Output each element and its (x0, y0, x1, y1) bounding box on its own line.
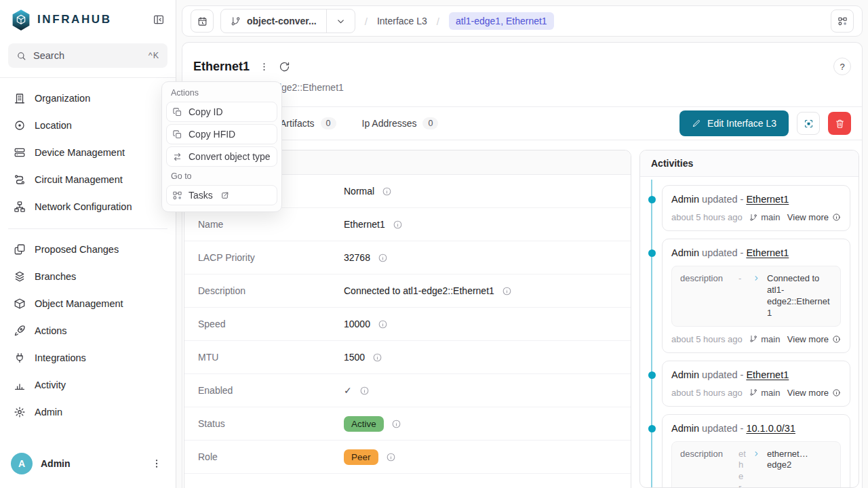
role-badge: Peer (344, 449, 378, 465)
avatar[interactable]: A (11, 453, 33, 474)
object-menu-kebab-icon[interactable] (259, 62, 269, 72)
tab-ip-addresses[interactable]: Ip Addresses 0 (362, 117, 439, 129)
sidebar-item-integrations[interactable]: Integrations (8, 344, 167, 371)
activity-time: about 5 hours ago (671, 334, 743, 344)
sidebar-item-activity[interactable]: Activity (8, 371, 167, 399)
search-input[interactable]: Search ^K (8, 43, 167, 68)
sidebar-item-organization[interactable]: Organization (8, 85, 167, 112)
activity-object-link[interactable]: Ethernet1 (746, 194, 789, 205)
sidebar-item-proposed-changes[interactable]: Proposed Changes (8, 236, 167, 263)
menu-item-copy-hfid[interactable]: Copy HFID (166, 124, 277, 144)
table-row: Speed 10000 (184, 308, 631, 341)
user-menu-kebab-icon[interactable] (149, 455, 165, 472)
breadcrumb-interface-l3[interactable]: Interface L3 (377, 16, 427, 26)
diff-old-value: - (738, 273, 746, 285)
diff-arrow-icon (753, 274, 760, 282)
activity-diff: description - Connected to atl1-edge2::E… (671, 266, 841, 327)
infrahub-logo-icon (11, 9, 31, 31)
activity-actor: Admin (671, 369, 699, 380)
page-subtitle: Connected to atl1-edge2::Ethernet1 (193, 82, 851, 93)
sidebar-collapse-icon[interactable] (153, 14, 165, 26)
sidebar-item-object-management[interactable]: Object Management (8, 290, 167, 317)
sidebar-item-device-management[interactable]: Device Management (8, 139, 167, 166)
activity-branch: main (749, 388, 780, 398)
sidebar-item-circuit-management[interactable]: Circuit Management (8, 166, 167, 193)
info-icon[interactable] (382, 186, 392, 197)
search-shortcut: ^K (149, 51, 159, 60)
info-icon[interactable] (372, 352, 382, 363)
sidebar-item-network-configuration[interactable]: Network Configuration (8, 193, 167, 220)
time-travel-button[interactable] (191, 9, 214, 33)
user-name: Admin (41, 458, 140, 469)
sidebar-item-branches[interactable]: Branches (8, 263, 167, 290)
bar-chart-icon (14, 379, 26, 391)
menu-item-copy-id[interactable]: Copy ID (166, 102, 277, 122)
row-value: Normal (344, 186, 374, 197)
info-icon[interactable] (378, 253, 388, 263)
topbar: object-conver... / Interface L3 / atl1-e… (182, 5, 863, 37)
logo-row: INFRAHUB (0, 0, 176, 39)
edit-interface-button[interactable]: Edit Interface L3 (679, 110, 789, 136)
tab-artifacts[interactable]: Artifacts 0 (280, 117, 336, 129)
menu-item-convert-object-type[interactable]: Convert object type (166, 146, 277, 167)
help-button[interactable]: ? (833, 58, 851, 75)
sidebar-nav-primary: Organization Location Device Management … (0, 78, 176, 220)
tasks-button[interactable] (831, 9, 854, 33)
content-body: Normal Name Ethernet1 LACP Priority 3276… (182, 140, 862, 488)
main-area: object-conver... / Interface L3 / atl1-e… (176, 0, 868, 488)
brand-wordmark: INFRAHUB (37, 13, 146, 26)
info-icon[interactable] (391, 419, 401, 429)
diff-new-value: ethernet… edge2 (767, 449, 832, 472)
group-select-icon (804, 119, 814, 129)
info-icon[interactable] (393, 220, 403, 230)
git-branch-icon (749, 335, 757, 343)
manage-groups-button[interactable] (797, 112, 820, 135)
chevron-down-icon[interactable] (326, 9, 355, 33)
info-icon[interactable] (378, 319, 388, 329)
activity-entry: Admin updated - 10.1.0.0/31 description … (662, 414, 850, 487)
table-row (184, 474, 631, 488)
activity-action: updated - (702, 369, 743, 380)
activity-entry: Admin updated - Ethernet1 about 5 hours … (662, 185, 850, 231)
pencil-icon (692, 119, 701, 128)
table-row: Name Ethernet1 (184, 208, 631, 241)
activity-entry: Admin updated - Ethernet1 description - … (662, 239, 850, 353)
view-more-link[interactable]: View more (787, 334, 841, 344)
server-icon (14, 146, 26, 159)
sidebar-item-admin[interactable]: Admin (8, 399, 167, 426)
breadcrumb-separator: / (434, 16, 442, 27)
location-icon (14, 119, 26, 131)
page-title: Ethernet1 (193, 60, 250, 74)
activity-actor: Admin (671, 423, 699, 434)
box-icon (14, 298, 26, 310)
tab-ip-addresses-count: 0 (422, 117, 438, 129)
activity-object-link[interactable]: 10.1.0.0/31 (746, 423, 795, 434)
diff-arrow-icon (753, 450, 760, 458)
activity-object-link[interactable]: Ethernet1 (746, 247, 789, 258)
sidebar-item-location[interactable]: Location (8, 112, 167, 139)
plug-icon (14, 352, 26, 364)
menu-item-tasks[interactable]: Tasks (166, 185, 277, 205)
row-value: Connected to atl1-edge2::Ethernet1 (344, 285, 494, 296)
menu-section-label: Go to (166, 169, 277, 185)
sidebar: INFRAHUB Search ^K Organization Location… (0, 0, 176, 488)
breadcrumb-current-object[interactable]: atl1-edge1, Ethernet1 (449, 12, 554, 30)
diff-field: description (680, 273, 732, 283)
branch-selector[interactable]: object-conver... (220, 9, 355, 33)
activity-object-link[interactable]: Ethernet1 (746, 369, 789, 380)
info-icon[interactable] (386, 452, 396, 462)
table-row: Role Peer (184, 441, 631, 474)
external-link-icon (220, 191, 229, 200)
view-more-link[interactable]: View more (787, 388, 841, 398)
info-icon (832, 388, 841, 397)
sidebar-item-actions[interactable]: Actions (8, 317, 167, 344)
trash-icon (835, 119, 845, 129)
diff-new-value: Connected to atl1-edge2::Ethernet1 (767, 273, 832, 319)
delete-button[interactable] (828, 112, 851, 135)
user-row: A Admin (0, 443, 176, 488)
refresh-icon[interactable] (279, 61, 290, 73)
info-icon[interactable] (359, 386, 370, 396)
info-icon[interactable] (502, 286, 512, 296)
view-more-link[interactable]: View more (787, 212, 841, 222)
calendar-clock-icon (197, 16, 208, 26)
